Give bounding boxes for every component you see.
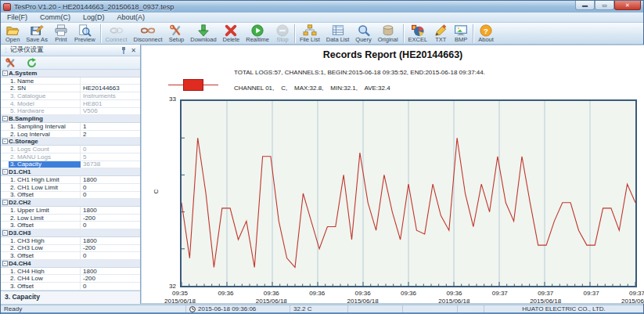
toolbar-button-save-as[interactable]: Save As [23, 23, 51, 44]
toolbar-button-open[interactable]: Open [2, 23, 23, 44]
report-title: Records Report (HE20144663) [142, 49, 644, 60]
collapse-icon[interactable]: - [2, 116, 8, 121]
group-label: A.System [9, 70, 37, 77]
x-axis-tick-label: 09:36 [264, 290, 279, 297]
close-panel-icon[interactable]: ✕ [131, 47, 136, 54]
toolbar-button-data-list[interactable]: Data List [323, 23, 353, 44]
toolbar-button-disconnect[interactable]: Disconnect [131, 23, 166, 44]
property-row-capacity[interactable]: 3. Capacity36738 [1, 161, 140, 169]
x-axis-tick-label: 09:37 [538, 290, 553, 297]
property-description: 3. Capacity [1, 291, 140, 304]
sidebar-title-bar[interactable]: ⋮ 记录仪设置 ✕ [1, 45, 140, 56]
property-label: 5. Hardware [9, 108, 81, 115]
toolbar-button-bmp[interactable]: BMP [451, 23, 471, 44]
group-label: B.Sampling [9, 115, 43, 122]
property-row-ch4-high[interactable]: 1. CH4 High1800 [1, 268, 140, 276]
close-button[interactable]: ✕ [614, 1, 641, 10]
property-row-catalogue[interactable]: 3. CatalogueInstruments [1, 92, 140, 100]
device-setup-icon[interactable] [5, 58, 16, 68]
toolbar-button-label: Query [355, 37, 371, 43]
property-row-sampling-interval[interactable]: 1. Sampling Interval1 [1, 123, 140, 131]
property-value[interactable]: 0 [81, 283, 140, 290]
property-row-ch3-low[interactable]: 2. CH3 Low-200 [1, 245, 140, 253]
maximize-button[interactable]: ▭ [595, 1, 614, 10]
collapse-icon[interactable]: - [2, 70, 8, 76]
property-value[interactable]: 0 [81, 191, 140, 198]
toolbar-button-label: Save As [26, 37, 48, 43]
collapse-icon[interactable]: - [2, 230, 8, 236]
toolbar-button-print[interactable]: Print [51, 23, 71, 44]
toolbar-button-about[interactable]: ?About [475, 23, 497, 44]
toolbar-button-delete[interactable]: Delete [220, 23, 243, 44]
property-group-d4.ch4[interactable]: -D4.CH4 [1, 260, 140, 268]
property-value[interactable]: 1800 [81, 237, 140, 244]
toolbar-button-preview[interactable]: Preview [71, 23, 99, 44]
collapse-icon[interactable]: - [2, 169, 8, 175]
folder-open-icon [5, 24, 20, 37]
property-group-d1.ch1[interactable]: -D1.CH1 [1, 168, 140, 176]
property-value[interactable]: 1800 [81, 176, 140, 183]
property-row-ch1-high-limit[interactable]: 1. CH1 High Limit1800 [1, 176, 140, 184]
property-group-c.storage[interactable]: -C.Storage [1, 138, 140, 146]
property-row-ch3-high[interactable]: 1. CH3 High1800 [1, 237, 140, 245]
property-group-a.system[interactable]: -A.System [1, 70, 140, 78]
group-label: D2.CH2 [9, 199, 31, 206]
property-group-d3.ch3[interactable]: -D3.CH3 [1, 229, 140, 237]
property-value[interactable]: 0 [81, 252, 140, 259]
property-value[interactable]: -200 [81, 215, 140, 222]
toolbar-button-realtime[interactable]: Realtime [243, 23, 272, 44]
property-row-offset[interactable]: 3. Offset0 [1, 283, 140, 291]
property-value[interactable]: -200 [81, 275, 140, 282]
property-row-model[interactable]: 4. ModelHE801 [1, 100, 140, 108]
toolbar-button-query[interactable]: Query [352, 23, 374, 44]
property-row-sn[interactable]: 2. SNHE20144663 [1, 85, 140, 92]
property-row-low-limit[interactable]: 2. Low Limit-200 [1, 215, 140, 222]
toolbar-button-label: Stop [276, 37, 288, 43]
minimize-button[interactable]: ▬ [575, 1, 595, 10]
toolbar-button-file-list[interactable]: File List [297, 23, 323, 44]
property-value[interactable]: 1800 [81, 268, 140, 275]
property-value[interactable]: -200 [81, 244, 140, 251]
property-row-upper-limit[interactable]: 1. Upper Limit1800 [1, 207, 140, 215]
property-row-ch4-low[interactable]: 2. CH4 Low-200 [1, 275, 140, 283]
property-row-offset[interactable]: 3. Offset0 [1, 222, 140, 229]
status-datetime-segment: 2015-06-18 09:36:06 [186, 305, 290, 312]
property-row-hardware[interactable]: 5. HardwareV506 [1, 108, 140, 116]
property-group-d2.ch2[interactable]: -D2.CH2 [1, 199, 140, 207]
property-row-name[interactable]: 1. Name [1, 78, 140, 85]
pin-icon[interactable] [121, 47, 127, 54]
property-row-offset[interactable]: 3. Offset0 [1, 252, 140, 260]
collapse-icon[interactable]: - [2, 200, 8, 205]
refresh-icon[interactable] [27, 58, 37, 68]
chart-plot-area[interactable] [180, 99, 637, 287]
property-value[interactable]: 2 [81, 131, 140, 138]
toolbar-button-excel[interactable]: EXCEL [405, 23, 431, 44]
toolbar-button-txt[interactable]: TXT [430, 23, 451, 44]
collapse-icon[interactable]: - [2, 261, 8, 266]
property-row-offset[interactable]: 3. Offset0 [1, 192, 140, 200]
property-row-logs-count[interactable]: 1. Logs Count0 [1, 146, 140, 153]
property-row-ch1-low-limit[interactable]: 2. CH1 Low Limit0 [1, 184, 140, 192]
property-value[interactable]: 0 [81, 222, 140, 229]
property-row-log-interval[interactable]: 2. Log Interval2 [1, 131, 140, 139]
property-value[interactable]: 0 [81, 184, 140, 191]
menu-item-comm[interactable]: Comm(C) [34, 13, 77, 21]
property-group-b.sampling[interactable]: -B.Sampling [1, 115, 140, 123]
property-value[interactable]: 1800 [81, 207, 140, 214]
status-temperature: 32.2 C [290, 305, 348, 312]
property-value[interactable]: HE20144663 [81, 85, 140, 92]
property-row-manu-logs[interactable]: 2. MANU Logs5 [1, 153, 140, 161]
title-bar[interactable]: TesPro V1.20 - HE20144663_20150618_0937.… [1, 1, 643, 13]
property-value[interactable]: 1 [81, 123, 140, 130]
toolbar-button-setup[interactable]: Setup [166, 23, 188, 44]
toolbar-button-label: Preview [74, 37, 95, 43]
menu-item-about[interactable]: About(A) [111, 13, 152, 21]
menu-item-file[interactable]: File(F) [1, 13, 34, 21]
toolbar-button-download[interactable]: Download [187, 23, 219, 44]
toolbar-button-original[interactable]: Original [375, 23, 401, 44]
collapse-icon[interactable]: - [2, 139, 8, 144]
x-axis-date-label: 2015/06/18 [621, 298, 644, 305]
menu-item-log[interactable]: Log(D) [77, 13, 111, 21]
x-axis-date-label: 2015/06/18 [530, 298, 561, 305]
x-axis-tick-label: 09:36 [446, 290, 462, 297]
